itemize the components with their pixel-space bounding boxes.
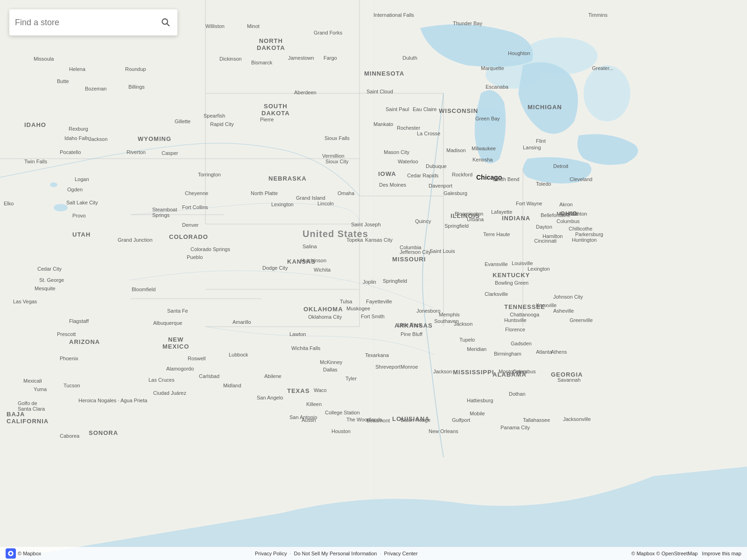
do-not-sell-link[interactable]: Do Not Sell My Personal Information	[292, 551, 379, 556]
svg-point-22	[50, 182, 57, 187]
map-background	[0, 0, 747, 560]
osm-attribution-link[interactable]: © Mapbox © OpenStreetMap	[631, 551, 698, 556]
privacy-center-link[interactable]: Privacy Center	[382, 551, 419, 556]
bottom-bar: © Mapbox Privacy Policy · Do Not Sell My…	[0, 547, 747, 560]
mapbox-logo-box	[6, 548, 16, 559]
attribution: © Mapbox © OpenStreetMap Improve this ma…	[631, 551, 741, 556]
search-input[interactable]	[15, 18, 159, 28]
bottom-links: Privacy Policy · Do Not Sell My Personal…	[253, 551, 420, 556]
svg-point-23	[54, 204, 68, 211]
improve-map-link[interactable]: Improve this map	[702, 551, 741, 556]
mapbox-text: © Mapbox	[18, 551, 41, 556]
privacy-policy-link[interactable]: Privacy Policy	[253, 551, 289, 556]
svg-line-25	[167, 23, 169, 26]
mapbox-logo: © Mapbox	[6, 548, 41, 559]
search-button[interactable]	[159, 15, 172, 30]
search-box	[9, 9, 177, 35]
map-container: NORTH DAKOTASOUTH DAKOTAMINNESOTAWISCONS…	[0, 0, 747, 560]
svg-point-3	[584, 65, 630, 121]
